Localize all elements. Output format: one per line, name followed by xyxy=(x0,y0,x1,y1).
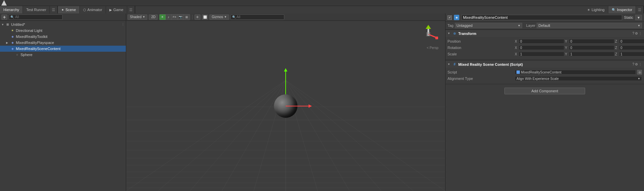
rotation-x-input[interactable] xyxy=(519,45,564,50)
svg-line-13 xyxy=(190,80,286,191)
scale-label: Scale xyxy=(448,52,515,56)
sphere-label: Sphere xyxy=(21,53,32,57)
lighting-tab-label: Lighting xyxy=(592,8,605,12)
scene-panel: Shaded ▼ 2D ☀ ♪ FX 📷 ⊞ ✛ ⬜ Gizmos ▼ 🔍 xyxy=(126,13,445,191)
scene-search-input[interactable] xyxy=(237,15,283,19)
script-settings-icon: ⚙ xyxy=(635,62,638,66)
scene-tab-icon: ✦ xyxy=(61,8,64,12)
axis-x-arrow xyxy=(286,106,309,106)
scene-menu-icon[interactable]: ☰ xyxy=(127,6,135,13)
game-tab-label: Game xyxy=(113,8,123,12)
unity-logo xyxy=(1,0,7,6)
scene-tab-label: Scene xyxy=(65,8,76,12)
transform-menu-btn[interactable]: ? ⚙ ⋮ xyxy=(632,32,642,35)
scale-y-input[interactable] xyxy=(569,52,614,56)
scale-y-label: Y xyxy=(565,52,569,56)
persp-label: < Persp xyxy=(427,46,438,50)
script-pick-btn[interactable]: ◎ xyxy=(637,70,642,75)
tree-item-directional-light[interactable]: ▶ ☀ Directional Light xyxy=(0,28,126,34)
scene-search-box[interactable]: 🔍 xyxy=(230,14,284,20)
position-z-input[interactable] xyxy=(619,39,644,44)
svg-marker-23 xyxy=(426,25,431,29)
grid-toggle-btn[interactable]: ⊞ xyxy=(184,14,190,20)
svg-line-20 xyxy=(286,80,413,191)
script-component-icon: # xyxy=(452,62,457,67)
position-x-group: X xyxy=(515,39,564,44)
position-x-input[interactable] xyxy=(519,39,564,44)
add-component-btn[interactable]: Add Component xyxy=(504,88,585,94)
rotation-x-group: X xyxy=(515,45,564,50)
scale-x-group: X xyxy=(515,52,564,56)
tab-game[interactable]: ▶ Game xyxy=(106,6,127,13)
scale-values: X Y Z xyxy=(515,52,644,56)
inspector-menu-icon[interactable]: ☰ xyxy=(636,6,644,13)
tab-scene[interactable]: ✦ Scene xyxy=(58,6,79,13)
rect-tool-btn[interactable]: ⬜ xyxy=(202,14,208,20)
lighting-icon: ☀ xyxy=(587,8,590,12)
hierarchy-toolbar: + 🔍 xyxy=(0,13,126,21)
tree-item-mrtoolkit[interactable]: ▶ ◈ MixedRealityToolkit xyxy=(0,34,126,40)
untitled-options[interactable]: ⋮ xyxy=(121,23,124,26)
move-tool-btn[interactable]: ✛ xyxy=(194,14,201,20)
tag-value: Untagged xyxy=(457,23,473,28)
dl-label: Directional Light xyxy=(16,29,42,33)
tree-item-sphere[interactable]: ▶ ○ Sphere xyxy=(0,52,126,58)
tab-test-runner[interactable]: Test Runner xyxy=(23,6,50,13)
test-runner-tab-label: Test Runner xyxy=(26,8,46,12)
axis-y-arrow xyxy=(285,71,286,94)
go-active-checkbox[interactable] xyxy=(448,15,452,20)
transform-title: Transform xyxy=(458,32,631,36)
transform-header[interactable]: ▼ ⊕ Transform ? ⚙ ⋮ xyxy=(445,30,644,37)
svg-line-11 xyxy=(126,80,286,191)
fx-toggle-btn[interactable]: FX xyxy=(172,14,178,20)
position-y-input[interactable] xyxy=(569,39,614,44)
mode-2d-btn[interactable]: 2D xyxy=(149,14,158,20)
scene-view[interactable]: < Persp xyxy=(126,21,445,191)
position-z-group: Z xyxy=(615,39,644,44)
audio-toggle-btn[interactable]: ♪ xyxy=(166,14,172,20)
hierarchy-tab-group: Hierarchy Test Runner ☰ xyxy=(0,6,58,13)
script-field-value: MixedRealitySceneContent xyxy=(515,70,636,75)
alignment-dropdown[interactable]: Align With Experience Scale ▼ xyxy=(515,76,642,81)
layer-dropdown[interactable]: Default ▼ xyxy=(537,23,642,28)
rotation-y-input[interactable] xyxy=(569,45,614,50)
script-component-header[interactable]: ▼ # Mixed Reality Scene Content (Script)… xyxy=(445,60,644,68)
game-tab-icon: ▶ xyxy=(109,8,112,12)
tree-item-mrplayspace[interactable]: ▶ ◈ MixedRealityPlayspace xyxy=(0,40,126,46)
hierarchy-search-box[interactable]: 🔍 xyxy=(9,14,63,20)
script-field-label: Script xyxy=(448,70,515,74)
scene-cam-btn[interactable]: 📷 xyxy=(178,14,184,20)
svg-line-21 xyxy=(286,80,445,191)
scale-x-input[interactable] xyxy=(519,52,564,56)
script-more-icon: ⋮ xyxy=(639,62,642,66)
svg-line-12 xyxy=(158,80,286,191)
tree-item-mrscenecontent[interactable]: ▶ ◈ MixedRealitySceneContent xyxy=(0,46,126,52)
inspector-panel: ◈ Static ▼ Tag Untagged ▼ Layer Default … xyxy=(445,13,644,191)
hierarchy-add-btn[interactable]: + xyxy=(1,14,7,20)
layer-label: Layer xyxy=(526,23,536,28)
go-name-input[interactable] xyxy=(461,15,622,20)
tab-animator[interactable]: ⬡ Animator xyxy=(80,6,106,13)
tab-lighting[interactable]: ☀ Lighting xyxy=(584,6,608,13)
tab-inspector[interactable]: 🔍 Inspector xyxy=(608,6,636,13)
menu-bar xyxy=(0,0,644,6)
lighting-toggle-btn[interactable]: ☀ xyxy=(159,14,166,20)
tree-item-untitled[interactable]: ▼ ⊞ Untitled* ⋮ xyxy=(0,21,126,28)
hierarchy-menu-icon[interactable]: ☰ xyxy=(50,6,58,13)
gizmos-dropdown[interactable]: Gizmos ▼ xyxy=(209,14,229,20)
hierarchy-search-input[interactable] xyxy=(15,15,61,19)
tab-hierarchy[interactable]: Hierarchy xyxy=(0,6,23,13)
shaded-dropdown[interactable]: Shaded ▼ xyxy=(128,14,147,20)
gizmo-svg xyxy=(418,24,438,44)
script-menu-btn[interactable]: ? ⚙ ⋮ xyxy=(632,62,642,66)
scale-row: Scale X Y Z xyxy=(448,51,642,57)
scale-z-input[interactable] xyxy=(619,52,644,56)
svg-rect-26 xyxy=(435,37,438,39)
mrtk-label: MixedRealityToolkit xyxy=(16,35,47,39)
static-dropdown[interactable]: ▼ xyxy=(635,15,642,20)
rotation-label: Rotation xyxy=(448,46,515,50)
rotation-z-input[interactable] xyxy=(619,45,644,50)
mrsc-label: MixedRealitySceneContent xyxy=(16,47,61,51)
tag-dropdown[interactable]: Untagged ▼ xyxy=(455,23,522,28)
scene-gizmo[interactable] xyxy=(418,24,438,44)
